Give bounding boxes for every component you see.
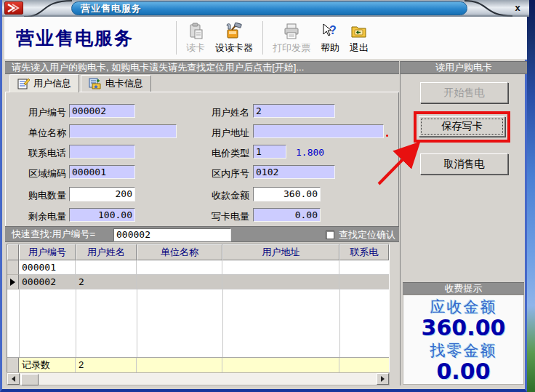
find-confirm-checkbox[interactable] [326, 231, 334, 239]
user-name-label: 用户姓名 [203, 106, 249, 119]
unit-name-label: 单位名称 [15, 127, 66, 140]
grid-line [19, 289, 20, 357]
table-row-selected[interactable]: 000002 2 [7, 275, 389, 289]
unit-name-field[interactable] [69, 124, 177, 138]
phone-field[interactable] [69, 145, 135, 159]
unit-price-value: 1.800 [296, 147, 324, 158]
exit-label: 退出 [350, 41, 369, 55]
print-invoice-label: 打印发票 [273, 41, 310, 55]
phone-label: 联系电话 [15, 147, 66, 160]
app-window: 营业售电服务 x 营业售电服务 读卡 [0, 0, 535, 392]
change-label: 找零金额 [403, 340, 523, 361]
quickfind-bar: 快速查找:用户编号= 000002 查找定位确认 [5, 226, 399, 242]
footer-cell [137, 358, 222, 372]
user-addr-field[interactable] [253, 124, 384, 138]
remain-label: 剩余电量 [15, 210, 66, 223]
cell-user-name: 2 [76, 275, 137, 289]
set-reader-button[interactable]: 设读卡器 [210, 19, 258, 57]
panel-divider [400, 61, 401, 385]
user-no-label: 用户编号 [15, 106, 66, 119]
receivable-label: 应收金额 [403, 297, 523, 317]
set-reader-label: 设读卡器 [215, 41, 253, 55]
grid-line [222, 289, 223, 357]
footer-indicator [7, 358, 19, 372]
cell-phone [339, 275, 389, 289]
quickfind-input[interactable]: 000002 [113, 228, 231, 241]
help-icon: ? [321, 22, 339, 40]
highlight-rectangle [414, 111, 510, 143]
table-row[interactable]: 000001 [7, 260, 389, 275]
amount-label: 收款金额 [203, 189, 249, 202]
grid-line [137, 289, 137, 357]
start-sale-button: 开始售电 [420, 82, 508, 103]
required-dot [386, 135, 388, 137]
price-type-label: 电价类型 [203, 147, 249, 160]
current-row-icon [10, 279, 15, 286]
help-label: 帮助 [321, 41, 339, 55]
cancel-sale-button[interactable]: 取消售电 [420, 153, 508, 175]
fee-panel: 应收金额 360.00 找零金额 0.00 [403, 295, 524, 385]
toolbar-separator [176, 21, 177, 55]
cell-user-name [76, 260, 137, 275]
remain-field[interactable]: 100.00 [69, 208, 135, 222]
tab-user-info[interactable]: 用户信息 [9, 74, 79, 92]
user-table: 用户编号 用户姓名 单位名称 用户地址 联系电 000001 000002 2 [7, 244, 390, 385]
write-qty-label: 写卡电量 [203, 210, 249, 223]
amount-field[interactable]: 360.00 [253, 187, 321, 201]
area-seq-field[interactable]: 0102 [253, 165, 335, 179]
record-count-label: 记录数 [19, 358, 76, 372]
header-indicator [7, 244, 19, 260]
scroll-left-icon[interactable] [7, 373, 20, 385]
window-title: 营业售电服务 [71, 1, 467, 15]
tab-bar: 用户信息 电卡信息 [5, 75, 399, 92]
table-header-row: 用户编号 用户姓名 单位名称 用户地址 联系电 [7, 244, 389, 260]
cell-phone [339, 260, 389, 275]
row-indicator-current [7, 275, 19, 289]
user-no-field[interactable]: 000002 [69, 104, 135, 118]
scrollbar-thumb[interactable] [21, 374, 39, 385]
row-indicator [7, 260, 19, 275]
col-phone[interactable]: 联系电 [339, 244, 389, 260]
area-code-field[interactable]: 000001 [69, 165, 135, 179]
cell-unit-name [137, 260, 222, 275]
exit-button[interactable]: 退出 [345, 19, 374, 57]
close-icon[interactable]: x [510, 2, 525, 15]
toolbar-separator [262, 21, 263, 55]
toolbar: 营业售电服务 读卡 [4, 17, 527, 60]
buy-qty-label: 购电数量 [15, 189, 66, 202]
cell-user-no: 000001 [19, 260, 76, 275]
col-user-no[interactable]: 用户编号 [19, 244, 76, 260]
receivable-value: 360.00 [403, 317, 523, 339]
col-user-name[interactable]: 用户姓名 [76, 244, 137, 260]
tab-card-info[interactable]: 电卡信息 [81, 75, 151, 92]
change-value: 0.00 [403, 361, 523, 383]
col-unit-name[interactable]: 单位名称 [137, 244, 222, 260]
cell-user-addr [222, 275, 339, 289]
price-type-field[interactable]: 1 [253, 145, 286, 159]
titlebar: 营业售电服务 x [2, 0, 529, 17]
help-button[interactable]: ? 帮助 [315, 19, 345, 57]
area-code-label: 区域编码 [15, 167, 66, 180]
area-seq-label: 区内序号 [203, 167, 249, 180]
scroll-right-icon[interactable] [377, 373, 389, 385]
write-qty-field[interactable]: 0.00 [253, 208, 321, 222]
buy-qty-field[interactable]: 200 [69, 187, 135, 201]
tab-user-info-label: 用户信息 [33, 77, 71, 90]
user-addr-label: 用户地址 [203, 127, 249, 140]
col-user-addr[interactable]: 用户地址 [222, 244, 339, 260]
card-panel-header: 读用户购电卡 [401, 61, 527, 74]
footer-cell [339, 358, 389, 372]
cell-user-addr [222, 260, 339, 275]
table-footer-row: 记录数 2 [7, 357, 389, 372]
grid-line [339, 289, 340, 357]
cell-user-no: 000002 [19, 275, 76, 289]
fee-panel-header: 收费提示 [403, 282, 524, 295]
app-logo-icon [4, 1, 23, 15]
print-invoice-icon [282, 22, 301, 40]
page-title: 营业售电服务 [4, 26, 172, 50]
user-name-field[interactable]: 2 [253, 104, 335, 118]
cell-unit-name [137, 275, 222, 289]
table-hscrollbar[interactable] [7, 372, 390, 385]
exit-icon [350, 22, 368, 40]
set-reader-icon [225, 22, 244, 40]
